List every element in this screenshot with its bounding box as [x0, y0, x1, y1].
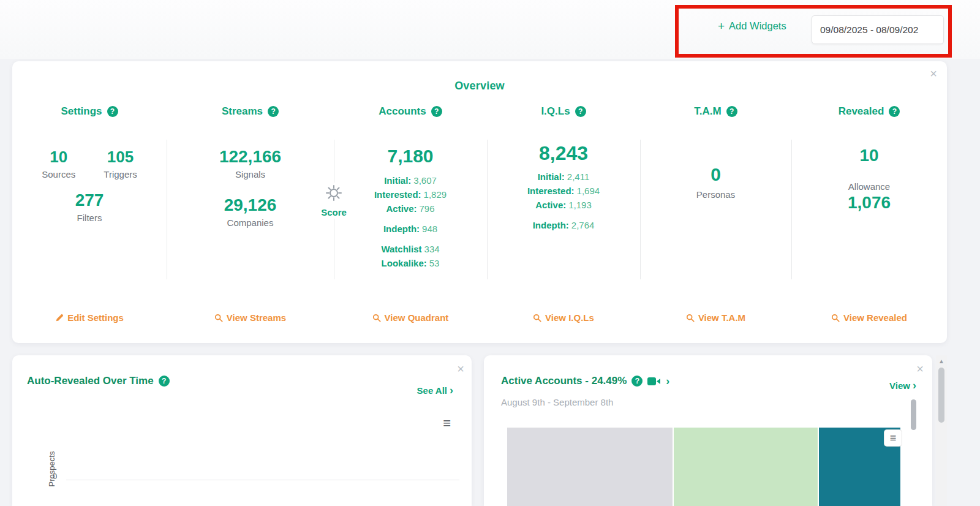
see-all-label: See All	[417, 385, 447, 396]
breakdown-line: Initial:3,607	[334, 173, 487, 187]
tam-total: 0	[640, 164, 791, 186]
breakdown-label: Indepth:	[383, 224, 420, 234]
help-icon[interactable]: ?	[631, 376, 643, 387]
stat-label: Triggers	[104, 169, 137, 179]
breakdown-line: Active:796	[334, 202, 487, 216]
search-icon	[372, 314, 381, 322]
stat-value: 29,126	[167, 195, 334, 215]
help-icon[interactable]: ?	[575, 106, 586, 117]
chevron-right-icon[interactable]: ›	[666, 376, 669, 387]
date-range-picker[interactable]: 09/08/2025 - 08/09/202	[812, 15, 944, 44]
view-tam-button[interactable]: View T.A.M	[686, 312, 745, 323]
breakdown-line: Initial:2,411	[487, 170, 640, 184]
view-link[interactable]: View ›	[889, 380, 916, 391]
help-icon[interactable]: ?	[107, 106, 118, 117]
overview-header-row: Settings ? Streams ? Accounts ? I.Q.Ls ?…	[12, 105, 947, 118]
breakdown-label: Interested:	[527, 186, 575, 196]
card-scrollbar-thumb[interactable]	[911, 399, 916, 430]
close-icon[interactable]: ×	[457, 363, 464, 375]
stat-value: 10	[42, 148, 75, 167]
breakdown-label: Initial:	[384, 175, 411, 186]
close-icon[interactable]: ×	[916, 363, 924, 375]
stat-value: 105	[104, 148, 137, 167]
chart-menu-button[interactable]: ≡	[443, 417, 451, 430]
action-label: View I.Q.Ls	[545, 312, 594, 323]
view-revealed-button[interactable]: View Revealed	[831, 312, 907, 323]
dashboard-page: + Add Widgets 09/08/2025 - 08/09/202 Ove…	[0, 0, 980, 506]
companies-stat: 29,126 Companies	[167, 195, 334, 228]
action-label: View T.A.M	[698, 312, 745, 323]
view-quadrant-button[interactable]: View Quadrant	[372, 312, 449, 323]
breakdown-value: 796	[420, 203, 435, 214]
tam-column: 0 Personas	[640, 164, 791, 200]
action-label: View Revealed	[843, 312, 907, 323]
column-divider	[640, 140, 641, 279]
active-accounts-title: Active Accounts - 24.49%	[501, 375, 627, 387]
search-icon	[831, 314, 840, 322]
view-iqls-button[interactable]: View I.Q.Ls	[533, 312, 594, 323]
bar-segment-gray	[507, 428, 673, 506]
action-label: View Streams	[227, 312, 286, 323]
auto-revealed-card: Auto-Revealed Over Time ? × See All › ≡ …	[12, 355, 472, 506]
breakdown-value: 53	[429, 258, 440, 268]
view-streams-button[interactable]: View Streams	[214, 312, 286, 323]
breakdown-line: Interested:1,694	[487, 184, 640, 198]
help-icon[interactable]: ?	[431, 106, 442, 117]
page-scrollbar[interactable]: ▲	[936, 355, 947, 506]
breakdown-value: 1,829	[424, 189, 447, 200]
filters-stat: 277 Filters	[12, 191, 167, 223]
help-icon[interactable]: ?	[159, 376, 170, 387]
breakdown-label: Active:	[535, 200, 566, 210]
accounts-column: 7,180 Initial:3,607 Interested:1,829 Act…	[334, 146, 487, 270]
y-axis-label: Prospects	[47, 451, 56, 487]
y-axis-tick: 0	[53, 472, 57, 481]
sources-stat: 10 Sources	[42, 148, 75, 179]
help-icon[interactable]: ?	[889, 106, 900, 117]
search-icon	[533, 314, 541, 322]
tam-header-label: T.A.M	[694, 105, 721, 118]
revealed-secondary: 1,076	[791, 193, 947, 213]
scroll-up-arrow-icon[interactable]: ▲	[936, 358, 947, 364]
iqls-header: I.Q.Ls ?	[487, 105, 640, 118]
stat-label: Filters	[12, 213, 167, 223]
auto-revealed-title: Auto-Revealed Over Time	[27, 375, 154, 387]
accounts-header: Accounts ?	[334, 105, 487, 118]
chart-menu-button[interactable]: ≡	[884, 430, 902, 446]
breakdown-line: Indepth:2,764	[487, 218, 640, 232]
scrollbar-thumb[interactable]	[938, 368, 944, 423]
revealed-header: Revealed ?	[791, 105, 947, 118]
overview-title: Overview	[12, 80, 947, 93]
breakdown-value: 1,193	[568, 200, 592, 210]
search-icon	[214, 314, 223, 322]
breakdown-line: Lookalike:53	[334, 256, 487, 270]
auto-revealed-header: Auto-Revealed Over Time ?	[27, 375, 170, 387]
help-icon[interactable]: ?	[268, 106, 279, 117]
breakdown-label: Active:	[386, 203, 417, 214]
stat-value: 122,166	[167, 147, 334, 167]
x-axis-line	[66, 480, 459, 480]
bar-segment-light-green	[673, 428, 818, 506]
close-icon[interactable]: ×	[930, 67, 937, 80]
chevron-right-icon: ›	[450, 385, 453, 396]
triggers-stat: 105 Triggers	[104, 148, 137, 179]
breakdown-label: Interested:	[374, 189, 421, 200]
see-all-link[interactable]: See All ›	[417, 385, 453, 396]
add-widgets-label: Add Widgets	[729, 20, 786, 32]
search-icon	[686, 314, 695, 322]
help-icon[interactable]: ?	[726, 106, 737, 117]
stat-label: Companies	[167, 217, 334, 228]
revealed-label: Allowance	[791, 181, 947, 192]
edit-settings-button[interactable]: Edit Settings	[55, 312, 124, 323]
plus-icon: +	[718, 20, 725, 32]
active-accounts-header: Active Accounts - 24.49% ? ›	[501, 375, 669, 387]
streams-column: 122,166 Signals 29,126 Companies	[167, 147, 334, 228]
breakdown-value: 2,411	[567, 172, 589, 182]
stat-value: 277	[12, 191, 167, 210]
iqls-column: 8,243 Initial:2,411 Interested:1,694 Act…	[487, 142, 640, 232]
add-widgets-button[interactable]: + Add Widgets	[718, 20, 786, 32]
stat-label: Sources	[42, 169, 75, 179]
date-range-value: 09/08/2025 - 08/09/202	[820, 25, 918, 36]
video-icon[interactable]	[647, 377, 661, 386]
iqls-total: 8,243	[487, 142, 640, 165]
breakdown-line: Interested:1,829	[334, 187, 487, 202]
